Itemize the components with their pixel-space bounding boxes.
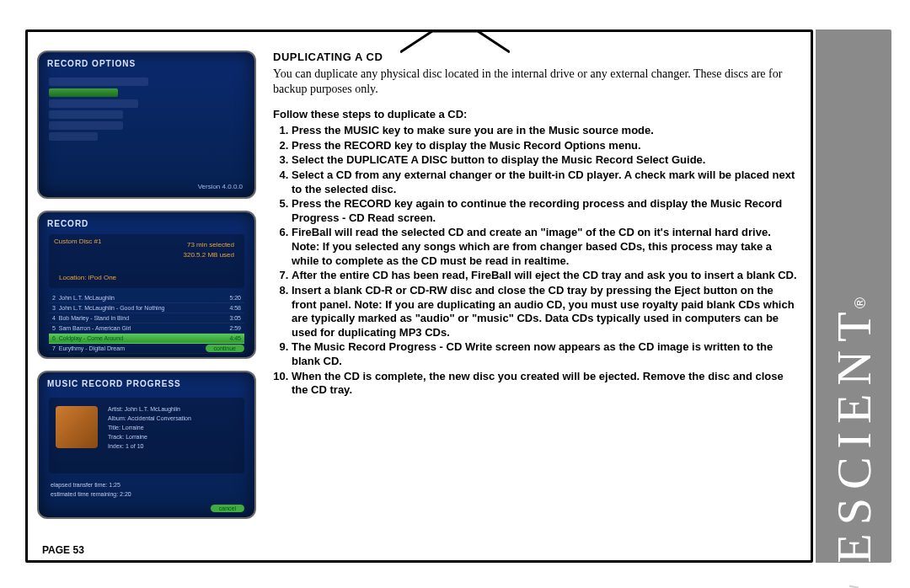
shot1-menu-item	[49, 88, 118, 97]
step-item: When the CD is complete, the new disc yo…	[292, 370, 799, 398]
shot3-times: elapsed transfer time: 1:25estimated tim…	[51, 480, 131, 499]
shot2-panel-rate: 320.5.2 MB used	[184, 251, 234, 259]
shot2-track-row: 3 John L.T. McLaughlin - Good for Nothin…	[49, 303, 244, 313]
step-item: Press the RECORD key to display the Musi…	[292, 139, 799, 153]
step-item: The Music Record Progress - CD Write scr…	[292, 340, 799, 368]
shot3-header: MUSIC RECORD PROGRESS	[47, 379, 181, 388]
shot1-menu-item	[49, 110, 123, 119]
steps-list: Press the MUSIC key to make sure you are…	[273, 124, 799, 398]
screenshot-record-progress: MUSIC RECORD PROGRESS Artist: John L.T. …	[37, 371, 256, 519]
shot2-track-row: 5 Sam Barron - American Girl2:59	[49, 323, 244, 334]
intro-paragraph: You can duplicate any physical disc loca…	[273, 67, 799, 97]
brand-sidebar: FireBall™ SE-80 User's Manual ESCIENT®	[816, 29, 891, 563]
content-area: RECORD OPTIONS OPTIONS Version 4.0.0.0 R…	[37, 51, 799, 542]
step-item: After the entire CD has been read, FireB…	[292, 269, 799, 283]
step-item: Select a CD from any external changer or…	[292, 168, 799, 196]
shot3-meta-line: Artist: John L.T. McLaughlin	[108, 404, 191, 414]
shot1-menu-item	[49, 78, 148, 86]
instruction-text: DUPLICATING A CD You can duplicate any p…	[273, 51, 799, 542]
shot3-meta-line: Album: Accidental Conversation	[108, 414, 191, 423]
shot3-meta: Artist: John L.T. McLaughlinAlbum: Accid…	[108, 404, 191, 451]
screenshot-record-options: RECORD OPTIONS OPTIONS Version 4.0.0.0	[37, 51, 256, 199]
shot1-menu-item	[49, 99, 138, 108]
shot2-track-row: 6 Coldplay - Come Around4:45	[49, 334, 244, 344]
step-item: FireBall will read the selected CD and c…	[292, 226, 799, 268]
shot3-cancel-button: cancel	[211, 505, 244, 512]
brand-logo: ESCIENT	[827, 303, 881, 563]
shot1-menu-item	[49, 132, 98, 141]
shot1-version: Version 4.0.0.0	[198, 183, 243, 190]
shot1-watermark: OPTIONS	[249, 78, 256, 199]
shot3-time-line: elapsed transfer time: 1:25	[51, 480, 131, 489]
shot2-header: RECORD	[47, 219, 88, 228]
page-number: PAGE 53	[42, 544, 84, 556]
shot3-meta-line: Title: Lorraine	[108, 423, 191, 432]
follow-heading: Follow these steps to duplicate a CD:	[273, 108, 799, 122]
screenshot-record-select: RECORD Custom Disc #1 73 min selected 32…	[37, 211, 256, 359]
shot3-meta-line: Index: 1 of 10	[108, 441, 191, 451]
shot2-panel-loc: Location: iPod One	[59, 274, 116, 281]
shot1-header: RECORD OPTIONS	[47, 59, 136, 68]
step-item: Press the MUSIC key to make sure you are…	[292, 124, 799, 138]
shot2-track-row: 4 Bob Marley - Stand in Bind3:05	[49, 313, 244, 323]
disc-icon	[56, 406, 98, 448]
shot3-time-line: estimated time remaining: 2:20	[51, 489, 131, 499]
shot2-panel: Custom Disc #1 73 min selected 320.5.2 M…	[49, 234, 244, 288]
step-item: Select the DUPLICATE A DISC button to di…	[292, 153, 799, 168]
shot3-meta-line: Track: Lorraine	[108, 432, 191, 441]
tab-notch	[421, 0, 489, 20]
section-title: DUPLICATING A CD	[273, 51, 799, 65]
shot2-panel-time: 73 min selected	[187, 241, 234, 249]
shot2-continue-button: continue	[206, 345, 244, 352]
shot1-menu-item	[49, 121, 123, 130]
step-item: Press the RECORD key again to continue t…	[292, 197, 799, 225]
step-item: Insert a blank CD-R or CD-RW disc and cl…	[292, 284, 799, 340]
screenshot-column: RECORD OPTIONS OPTIONS Version 4.0.0.0 R…	[37, 51, 256, 542]
registered-mark: ®	[851, 297, 868, 308]
shot2-track-row: 2 John L.T. McLaughlin5:20	[49, 293, 244, 303]
